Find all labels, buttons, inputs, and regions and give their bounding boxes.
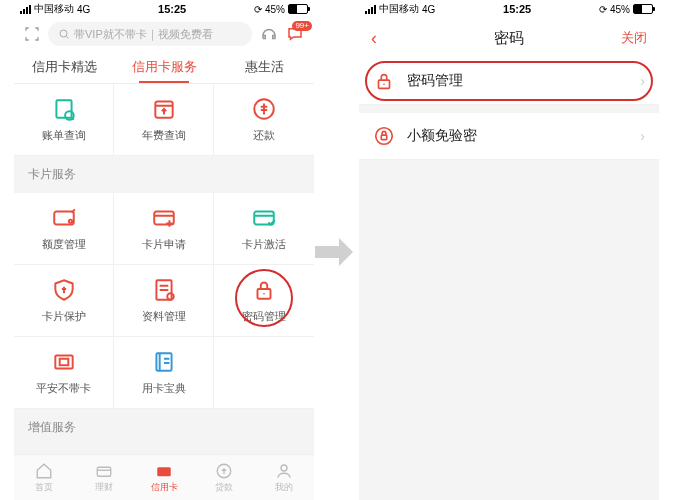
item-empty xyxy=(214,337,314,409)
svg-rect-21 xyxy=(381,135,387,140)
scan-icon[interactable] xyxy=(24,26,40,42)
signal-icon xyxy=(20,5,31,14)
lock-icon xyxy=(251,277,277,303)
svg-rect-1 xyxy=(56,100,71,117)
screen-card-services: 中国移动 4G 15:25 ⟳ 45% 带VIP就不带卡｜视频免费看 99+ 信… xyxy=(14,0,314,500)
item-bill-query[interactable]: 账单查询 xyxy=(14,84,114,156)
bottom-nav: 首页 理财 信用卡 贷款 我的 xyxy=(14,454,314,500)
screen-password: 中国移动 4G 15:25 ⟳ 45% ‹ 密码 关闭 密码管理 › 小额免验密… xyxy=(359,0,659,500)
row-label: 小额免验密 xyxy=(407,127,628,145)
message-icon[interactable]: 99+ xyxy=(286,25,304,43)
item-card-guide[interactable]: 用卡宝典 xyxy=(114,337,214,409)
svg-point-6 xyxy=(68,220,71,223)
nav-finance[interactable]: 理财 xyxy=(74,455,134,500)
row-small-noverify[interactable]: 小额免验密 › xyxy=(359,113,659,160)
content-scroll[interactable]: 账单查询 年费查询 还款 卡片服务 额度管理 卡片申请 卡片 xyxy=(14,84,314,454)
tab-services[interactable]: 信用卡服务 xyxy=(114,50,214,83)
top-shortcuts: 账单查询 年费查询 还款 xyxy=(14,84,314,156)
tab-featured[interactable]: 信用卡精选 xyxy=(14,50,114,83)
arrow-icon xyxy=(315,238,353,266)
search-input[interactable]: 带VIP就不带卡｜视频免费看 xyxy=(48,22,252,46)
loan-icon xyxy=(215,462,233,480)
item-card-activate[interactable]: 卡片激活 xyxy=(214,193,314,265)
network-label: 4G xyxy=(77,4,90,15)
card-services-grid: 额度管理 卡片申请 卡片激活 卡片保护 资料管理 密码管理 xyxy=(14,193,314,409)
item-password-mgmt[interactable]: 密码管理 xyxy=(214,265,314,337)
message-badge: 99+ xyxy=(292,21,312,31)
search-header: 带VIP就不带卡｜视频免费看 99+ xyxy=(14,18,314,50)
svg-rect-16 xyxy=(157,467,171,476)
item-profile-mgmt[interactable]: 资料管理 xyxy=(114,265,214,337)
svg-point-18 xyxy=(281,465,287,471)
clock: 15:25 xyxy=(503,3,531,15)
nocard-icon xyxy=(51,349,77,375)
svg-point-20 xyxy=(376,128,393,145)
lock-icon xyxy=(373,70,395,92)
network-label: 4G xyxy=(422,4,435,15)
tab-life[interactable]: 惠生活 xyxy=(214,50,314,83)
row-label: 密码管理 xyxy=(407,72,628,90)
guide-icon xyxy=(151,349,177,375)
svg-point-0 xyxy=(60,30,67,37)
status-bar: 中国移动 4G 15:25 ⟳ 45% xyxy=(14,0,314,18)
card-activate-icon xyxy=(251,205,277,231)
row-password-mgmt[interactable]: 密码管理 › xyxy=(359,58,659,105)
bill-icon xyxy=(51,96,77,122)
wallet-icon xyxy=(95,462,113,480)
svg-point-10 xyxy=(167,293,174,300)
carrier-label: 中国移动 xyxy=(34,2,74,16)
chevron-right-icon: › xyxy=(640,128,645,144)
headphone-icon[interactable] xyxy=(260,25,278,43)
limit-icon xyxy=(51,205,77,231)
item-pingan-nocard[interactable]: 平安不带卡 xyxy=(14,337,114,409)
item-card-apply[interactable]: 卡片申请 xyxy=(114,193,214,265)
item-card-protect[interactable]: 卡片保护 xyxy=(14,265,114,337)
svg-rect-15 xyxy=(97,467,111,476)
home-icon xyxy=(35,462,53,480)
category-tabs: 信用卡精选 信用卡服务 惠生活 xyxy=(14,50,314,84)
empty-area xyxy=(359,160,659,500)
status-bar: 中国移动 4G 15:25 ⟳ 45% xyxy=(359,0,659,18)
rotation-lock-icon: ⟳ xyxy=(599,4,607,15)
repayment-icon xyxy=(251,96,277,122)
section-card-services-title: 卡片服务 xyxy=(14,156,314,193)
nopin-icon xyxy=(373,125,395,147)
profile-icon xyxy=(151,277,177,303)
search-icon xyxy=(58,28,70,40)
section-value-added-title: 增值服务 xyxy=(14,409,314,446)
back-button[interactable]: ‹ xyxy=(371,28,411,49)
clock: 15:25 xyxy=(158,3,186,15)
nav-mine[interactable]: 我的 xyxy=(254,455,314,500)
item-annual-fee[interactable]: 年费查询 xyxy=(114,84,214,156)
search-placeholder: 带VIP就不带卡｜视频免费看 xyxy=(74,27,213,42)
item-limit-mgmt[interactable]: 额度管理 xyxy=(14,193,114,265)
page-title: 密码 xyxy=(494,29,524,48)
user-icon xyxy=(275,462,293,480)
svg-rect-12 xyxy=(55,356,72,369)
shield-icon xyxy=(51,277,77,303)
battery-icon xyxy=(633,4,653,14)
card-apply-icon xyxy=(151,205,177,231)
svg-rect-14 xyxy=(156,353,171,370)
nav-header: ‹ 密码 关闭 xyxy=(359,18,659,58)
nav-creditcard[interactable]: 信用卡 xyxy=(134,455,194,500)
nav-loan[interactable]: 贷款 xyxy=(194,455,254,500)
rotation-lock-icon: ⟳ xyxy=(254,4,262,15)
chevron-right-icon: › xyxy=(640,73,645,89)
close-button[interactable]: 关闭 xyxy=(607,29,647,47)
signal-icon xyxy=(365,5,376,14)
annual-fee-icon xyxy=(151,96,177,122)
nav-home[interactable]: 首页 xyxy=(14,455,74,500)
svg-rect-8 xyxy=(254,212,274,225)
card-icon xyxy=(155,462,173,480)
item-repayment[interactable]: 还款 xyxy=(214,84,314,156)
battery-percent: 45% xyxy=(265,4,285,15)
password-list: 密码管理 › 小额免验密 › xyxy=(359,58,659,160)
battery-percent: 45% xyxy=(610,4,630,15)
svg-rect-13 xyxy=(59,359,68,366)
carrier-label: 中国移动 xyxy=(379,2,419,16)
battery-icon xyxy=(288,4,308,14)
